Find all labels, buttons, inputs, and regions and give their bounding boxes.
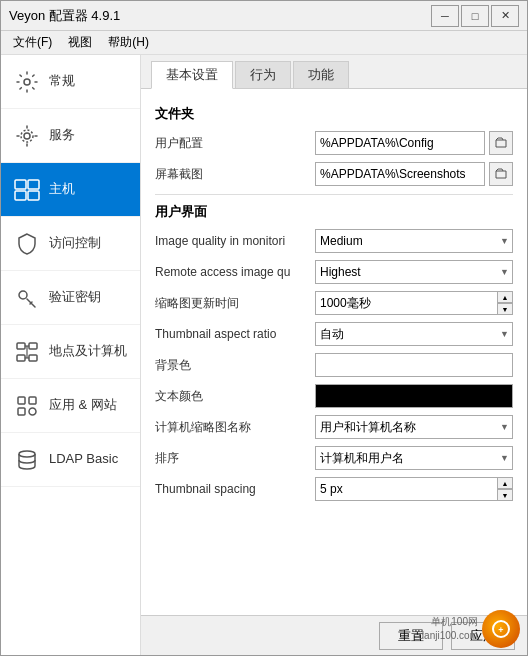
location-icon [13, 338, 41, 366]
svg-rect-17 [18, 408, 25, 415]
menu-bar: 文件(F) 视图 帮助(H) [1, 31, 527, 55]
svg-text:+: + [498, 625, 503, 635]
sort-value: 计算机和用户名 用户名和计算机 [315, 446, 513, 470]
remote-access-select-wrapper: Low Medium High Highest [315, 260, 513, 284]
remote-access-value: Low Medium High Highest [315, 260, 513, 284]
screenshot-label: 屏幕截图 [155, 166, 315, 183]
thumbnail-spacing-row: Thumbnail spacing ▲ ▼ [155, 477, 513, 501]
svg-rect-3 [15, 180, 26, 189]
tab-basic-settings[interactable]: 基本设置 [151, 61, 233, 89]
bg-color-swatch[interactable] [315, 353, 513, 377]
watermark-text: 单机100网 [419, 615, 478, 629]
svg-rect-4 [28, 180, 39, 189]
image-quality-row: Image quality in monitori Low Medium Hig… [155, 229, 513, 253]
image-quality-select[interactable]: Low Medium High Highest [315, 229, 513, 253]
sort-select[interactable]: 计算机和用户名 用户名和计算机 [315, 446, 513, 470]
main-window: Veyon 配置器 4.9.1 ─ □ ✕ 文件(F) 视图 帮助(H) 常规 [0, 0, 528, 656]
sidebar-item-location[interactable]: 地点及计算机 [1, 325, 140, 379]
user-config-label: 用户配置 [155, 135, 315, 152]
bg-color-row: 背景色 [155, 353, 513, 377]
spacing-spinner-down-button[interactable]: ▼ [497, 489, 513, 501]
spacing-spinner-up-button[interactable]: ▲ [497, 477, 513, 489]
svg-rect-6 [28, 191, 39, 200]
thumbnail-spacing-input[interactable] [315, 477, 513, 501]
thumbnail-aspect-row: Thumbnail aspect ratio 自动 4:3 16:9 [155, 322, 513, 346]
sort-row: 排序 计算机和用户名 用户名和计算机 [155, 446, 513, 470]
image-quality-select-wrapper: Low Medium High Highest [315, 229, 513, 253]
sidebar-label-location: 地点及计算机 [49, 343, 127, 360]
key-icon [13, 284, 41, 312]
user-config-row: 用户配置 [155, 131, 513, 155]
menu-view[interactable]: 视图 [60, 32, 100, 53]
sidebar-item-general[interactable]: 常规 [1, 55, 140, 109]
watermark-logo: + [482, 610, 520, 648]
sidebar-item-ldap[interactable]: LDAP Basic [1, 433, 140, 487]
spinner-down-button[interactable]: ▼ [497, 303, 513, 315]
thumbnail-refresh-value: ▲ ▼ [315, 291, 513, 315]
sidebar-label-host: 主机 [49, 181, 75, 198]
thumbnail-name-select-wrapper: 用户和计算机名称 仅用户名称 仅计算机名称 [315, 415, 513, 439]
main-panel: 基本设置 行为 功能 文件夹 用户配置 [141, 55, 527, 655]
svg-point-0 [24, 79, 30, 85]
menu-help[interactable]: 帮助(H) [100, 32, 157, 53]
sidebar-label-access: 访问控制 [49, 235, 101, 252]
minimize-button[interactable]: ─ [431, 5, 459, 27]
sidebar-item-key[interactable]: 验证密钥 [1, 271, 140, 325]
maximize-button[interactable]: □ [461, 5, 489, 27]
svg-point-18 [29, 408, 36, 415]
svg-rect-10 [17, 355, 25, 361]
text-color-swatch[interactable] [315, 384, 513, 408]
thumbnail-name-value: 用户和计算机名称 仅用户名称 仅计算机名称 [315, 415, 513, 439]
thumbnail-aspect-value: 自动 4:3 16:9 [315, 322, 513, 346]
screenshot-browse-button[interactable] [489, 162, 513, 186]
svg-rect-15 [18, 397, 25, 404]
ldap-icon [13, 446, 41, 474]
remote-access-select[interactable]: Low Medium High Highest [315, 260, 513, 284]
app-icon [13, 392, 41, 420]
image-quality-label: Image quality in monitori [155, 234, 315, 248]
window-title: Veyon 配置器 4.9.1 [9, 7, 431, 25]
image-quality-value: Low Medium High Highest [315, 229, 513, 253]
service-icon [13, 122, 41, 150]
sidebar-item-apps[interactable]: 应用 & 网站 [1, 379, 140, 433]
menu-file[interactable]: 文件(F) [5, 32, 60, 53]
svg-point-19 [19, 451, 35, 457]
user-config-value [315, 131, 513, 155]
sidebar-label-service: 服务 [49, 127, 75, 144]
sidebar: 常规 服务 [1, 55, 141, 655]
sidebar-item-access[interactable]: 访问控制 [1, 217, 140, 271]
thumbnail-aspect-select[interactable]: 自动 4:3 16:9 [315, 322, 513, 346]
sidebar-item-host[interactable]: 主机 [1, 163, 140, 217]
svg-rect-16 [29, 397, 36, 404]
user-config-browse-button[interactable] [489, 131, 513, 155]
svg-rect-8 [17, 343, 25, 349]
user-config-input[interactable] [315, 131, 485, 155]
thumbnail-name-select[interactable]: 用户和计算机名称 仅用户名称 仅计算机名称 [315, 415, 513, 439]
text-color-value [315, 384, 513, 408]
thumbnail-name-row: 计算机缩略图名称 用户和计算机名称 仅用户名称 仅计算机名称 [155, 415, 513, 439]
thumbnail-spacing-label: Thumbnail spacing [155, 482, 315, 496]
folder-section-title: 文件夹 [155, 105, 513, 123]
bg-color-label: 背景色 [155, 357, 315, 374]
screenshot-input[interactable] [315, 162, 485, 186]
title-bar-buttons: ─ □ ✕ [431, 5, 519, 27]
thumbnail-refresh-spinner: ▲ ▼ [315, 291, 513, 315]
access-icon [13, 230, 41, 258]
sidebar-item-service[interactable]: 服务 [1, 109, 140, 163]
close-button[interactable]: ✕ [491, 5, 519, 27]
ui-section-title: 用户界面 [155, 203, 513, 221]
spinner-up-button[interactable]: ▲ [497, 291, 513, 303]
thumbnail-refresh-input[interactable] [315, 291, 513, 315]
thumbnail-spacing-value: ▲ ▼ [315, 477, 513, 501]
tab-behavior[interactable]: 行为 [235, 61, 291, 88]
sidebar-label-key: 验证密钥 [49, 289, 101, 306]
screenshot-row: 屏幕截图 [155, 162, 513, 186]
sort-select-wrapper: 计算机和用户名 用户名和计算机 [315, 446, 513, 470]
sidebar-label-general: 常规 [49, 73, 75, 90]
sidebar-label-apps: 应用 & 网站 [49, 397, 117, 414]
watermark-subtext: danji100.com [419, 629, 478, 643]
thumbnail-refresh-row: 缩略图更新时间 ▲ ▼ [155, 291, 513, 315]
text-color-label: 文本颜色 [155, 388, 315, 405]
settings-icon [13, 68, 41, 96]
tab-features[interactable]: 功能 [293, 61, 349, 88]
